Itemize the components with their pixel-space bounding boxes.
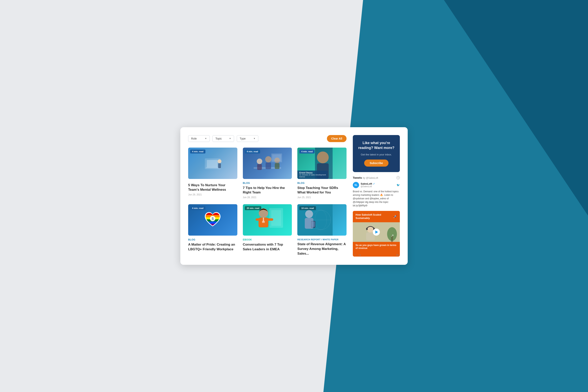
article-image: 4 min. read bbox=[188, 148, 237, 179]
clear-all-button[interactable]: Clear All bbox=[327, 135, 346, 142]
tweet-avatar: SL bbox=[353, 182, 359, 188]
filter-row: Role ▼ Topic ▼ Type ▼ Clear All bbox=[188, 135, 346, 142]
article-date: Jun 29, 2021 bbox=[188, 193, 237, 196]
read-time-badge: 4 min. read bbox=[299, 150, 314, 154]
read-time-badge: 4 min. read bbox=[190, 150, 206, 154]
type-label: Type bbox=[240, 137, 246, 140]
svg-rect-4 bbox=[218, 163, 221, 168]
heart-icon[interactable]: ♡ bbox=[354, 254, 356, 256]
article-card[interactable]: 4 min. read bbox=[188, 204, 237, 257]
read-time-badge: 4 min. read bbox=[245, 150, 260, 154]
article-card[interactable]: 4 min. read bbox=[243, 148, 292, 199]
video-actions: ♡ ↪ 3m bbox=[353, 252, 400, 256]
tweet-text: Brand vs. Demand: one of the hottest top… bbox=[353, 190, 400, 207]
play-icon bbox=[375, 230, 378, 234]
video-preview-area: ↗ bbox=[353, 222, 400, 242]
articles-grid: 4 min. read bbox=[188, 148, 346, 257]
tweets-title: Tweets bbox=[353, 176, 362, 179]
twitter-icon: 🐦 bbox=[396, 184, 400, 186]
svg-point-6 bbox=[257, 158, 262, 164]
article-card[interactable]: 4 min. read bbox=[188, 148, 237, 199]
svg-rect-41 bbox=[305, 218, 314, 229]
topic-label: Topic bbox=[216, 137, 222, 140]
tweets-title-group: Tweets by @SalesLoft bbox=[353, 176, 378, 180]
article-date: Jun 28, 2021 bbox=[243, 196, 292, 199]
rocket-icon: 🚀 bbox=[393, 214, 397, 218]
role-dropdown[interactable]: Role ▼ bbox=[188, 135, 210, 142]
left-panel: Role ▼ Topic ▼ Type ▼ Clear All 4 min. r… bbox=[188, 135, 346, 257]
article-image: 4 min. read bbox=[243, 148, 292, 179]
verified-icon: ✓ bbox=[373, 182, 375, 185]
article-title: Conversations with 7 Top Sales Leaders i… bbox=[243, 242, 292, 252]
topic-chevron-icon: ▼ bbox=[229, 138, 231, 140]
article-title: State of Revenue Alignment: A Survey Amo… bbox=[297, 242, 346, 256]
svg-rect-30 bbox=[267, 218, 273, 221]
video-title: How Salesloft Scaled Sustainably bbox=[356, 213, 393, 220]
main-card: Role ▼ Topic ▼ Type ▼ Clear All 4 min. r… bbox=[180, 127, 408, 265]
subscribe-subtext: Get the latest in your inbox. bbox=[357, 153, 396, 156]
svg-rect-2 bbox=[206, 167, 218, 168]
person-company: 6sense bbox=[299, 176, 326, 178]
article-title: A Matter of Pride: Creating an LBGTQ+ Fr… bbox=[188, 242, 237, 252]
laptop-illustration bbox=[201, 154, 224, 172]
person-info-overlay: Ernest Owusu Sr. Director of Sales Devel… bbox=[297, 170, 328, 179]
role-label: Role bbox=[191, 137, 197, 140]
article-category: Blog bbox=[297, 182, 346, 184]
tweet-handle: @SalesLoft bbox=[361, 185, 396, 188]
svg-rect-29 bbox=[256, 218, 262, 221]
tweets-header: Tweets by @SalesLoft ⓘ bbox=[353, 176, 400, 180]
svg-rect-9 bbox=[266, 162, 271, 169]
svg-point-15 bbox=[317, 152, 329, 163]
right-panel: Like what you're reading? Want more? Get… bbox=[353, 135, 400, 257]
article-date: Jun 25, 2021 bbox=[297, 196, 346, 199]
read-time-badge: 20 min. read bbox=[245, 206, 261, 210]
video-bottom-bar: So as you guys have grown in terms of re… bbox=[353, 242, 400, 252]
article-card[interactable]: 10 min. read bbox=[297, 204, 346, 257]
article-card[interactable]: 20 min. read bbox=[243, 204, 292, 257]
video-top-bar: How Salesloft Scaled Sustainably 🚀 bbox=[353, 211, 400, 222]
read-time-badge: 4 min. read bbox=[190, 206, 206, 210]
video-timestamp: 3m bbox=[396, 254, 399, 256]
tweets-section: Tweets by @SalesLoft ⓘ SL SalesLoft ✓ bbox=[353, 176, 400, 207]
svg-point-8 bbox=[265, 156, 272, 162]
article-category: Research Report / White Paper bbox=[297, 238, 346, 241]
video-thumbnail[interactable]: How Salesloft Scaled Sustainably 🚀 bbox=[353, 211, 400, 256]
article-category: Blog bbox=[243, 182, 292, 184]
article-card[interactable]: 4 min. read Ernest Owusu Sr. Director of… bbox=[297, 148, 346, 199]
cursor-indicator: ↗ bbox=[391, 233, 394, 238]
read-time-badge: 10 min. read bbox=[299, 206, 316, 210]
subscribe-heading: Like what you're reading? Want more? bbox=[357, 140, 396, 150]
svg-rect-26 bbox=[271, 210, 281, 226]
video-subtitle: So as you guys have grown in terms of re… bbox=[356, 244, 397, 250]
info-icon[interactable]: ⓘ bbox=[396, 176, 400, 180]
svg-rect-11 bbox=[275, 163, 280, 169]
play-button[interactable] bbox=[373, 228, 380, 236]
person-name: Ernest Owusu bbox=[299, 172, 326, 174]
pride-heart-svg: S bbox=[203, 211, 222, 229]
svg-rect-32 bbox=[262, 221, 265, 223]
article-title: 5 Ways To Nurture Your Team's Mental Wel… bbox=[188, 183, 237, 192]
tweet-author-info: SalesLoft ✓ @SalesLoft bbox=[361, 182, 396, 188]
svg-rect-1 bbox=[207, 160, 218, 168]
svg-text:S: S bbox=[212, 217, 214, 220]
article-title: 7 Tips to Help You Hire the Right Team bbox=[243, 186, 292, 195]
article-image: 4 min. read bbox=[188, 204, 237, 236]
tweet-author-name: SalesLoft ✓ bbox=[361, 182, 396, 185]
svg-rect-47 bbox=[366, 228, 368, 230]
role-chevron-icon: ▼ bbox=[205, 138, 207, 140]
article-image: 20 min. read bbox=[243, 204, 292, 236]
article-image: 4 min. read Ernest Owusu Sr. Director of… bbox=[297, 148, 346, 179]
type-dropdown[interactable]: Type ▼ bbox=[237, 135, 258, 142]
share-icon[interactable]: ↪ bbox=[358, 254, 361, 256]
video-action-buttons: ♡ ↪ bbox=[354, 254, 361, 256]
subscribe-button[interactable]: Subscribe bbox=[364, 160, 388, 166]
tweet-card: SL SalesLoft ✓ @SalesLoft 🐦 Brand vs. De… bbox=[353, 182, 400, 207]
svg-rect-7 bbox=[257, 164, 262, 170]
svg-point-37 bbox=[305, 210, 313, 218]
article-title: Stop Teaching Your SDRs What Worked for … bbox=[297, 186, 346, 195]
svg-rect-22 bbox=[206, 224, 220, 226]
topic-dropdown[interactable]: Topic ▼ bbox=[212, 135, 234, 142]
type-chevron-icon: ▼ bbox=[254, 138, 256, 140]
tweet-author-row: SL SalesLoft ✓ @SalesLoft 🐦 bbox=[353, 182, 400, 188]
article-category: Blog bbox=[188, 238, 237, 241]
